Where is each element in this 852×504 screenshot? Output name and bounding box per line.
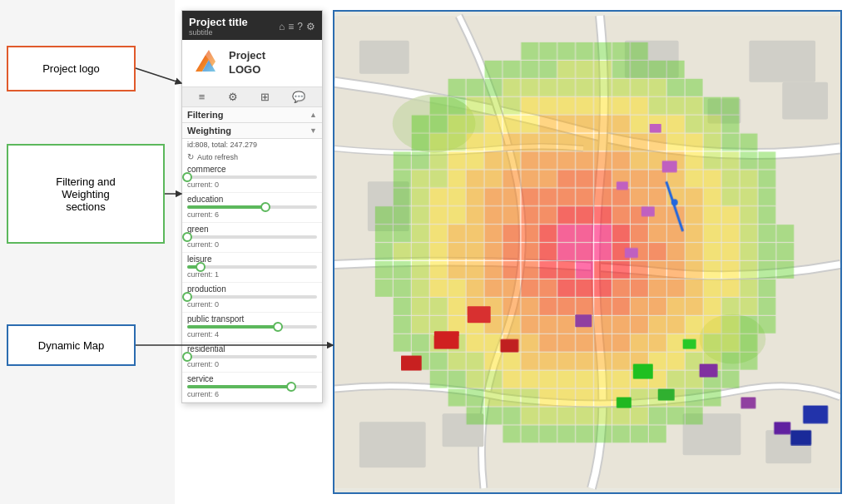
svg-rect-232 — [776, 243, 794, 260]
refresh-icon[interactable]: ↻ — [187, 152, 194, 161]
auto-refresh-line: ↻ Auto refresh — [182, 151, 322, 163]
svg-rect-216 — [484, 243, 502, 260]
svg-rect-414 — [617, 181, 628, 190]
slider-thumb-0[interactable] — [182, 172, 192, 182]
svg-rect-334 — [649, 334, 666, 352]
svg-rect-128 — [484, 170, 502, 187]
svg-rect-274 — [704, 279, 721, 297]
svg-rect-190 — [430, 225, 448, 242]
svg-rect-416 — [575, 314, 592, 327]
svg-rect-162 — [721, 188, 739, 205]
filtering-label: Filtering — [187, 110, 223, 120]
svg-rect-264 — [521, 279, 538, 297]
svg-rect-191 — [448, 225, 466, 242]
svg-rect-154 — [576, 188, 593, 205]
svg-rect-280 — [430, 298, 448, 315]
filtering-section-header[interactable]: Filtering ▲ — [182, 107, 322, 123]
toolbar-layout-icon[interactable]: ⊞ — [260, 91, 270, 103]
slider-group-green: green current: 0 — [182, 223, 322, 253]
svg-rect-360 — [448, 371, 466, 388]
svg-rect-31 — [631, 61, 648, 78]
map-area[interactable] — [333, 10, 842, 494]
svg-rect-168 — [430, 206, 448, 224]
svg-rect-350 — [594, 353, 612, 370]
svg-rect-41 — [576, 79, 593, 96]
svg-rect-226 — [667, 243, 685, 260]
svg-rect-95 — [631, 133, 648, 151]
svg-rect-104 — [430, 151, 448, 169]
svg-rect-372 — [667, 371, 685, 388]
slider-value-6: current: 0 — [187, 360, 317, 368]
svg-rect-397 — [576, 407, 593, 424]
slider-thumb-5[interactable] — [273, 322, 283, 332]
svg-rect-230 — [740, 243, 757, 260]
svg-rect-218 — [521, 243, 538, 260]
svg-rect-335 — [667, 334, 685, 352]
svg-rect-419 — [741, 397, 755, 408]
slider-track-6[interactable] — [187, 355, 317, 358]
auto-refresh-label: Auto refresh — [197, 153, 238, 161]
svg-rect-315 — [686, 316, 703, 334]
svg-rect-279 — [412, 298, 429, 315]
menu-icon[interactable]: ≡ — [288, 21, 294, 32]
svg-rect-145 — [412, 188, 429, 205]
svg-rect-199 — [594, 225, 612, 242]
svg-rect-169 — [448, 206, 466, 224]
svg-rect-337 — [704, 334, 721, 352]
slider-track-3[interactable] — [187, 265, 317, 269]
svg-rect-284 — [503, 298, 520, 315]
slider-track-5[interactable] — [187, 325, 317, 329]
svg-rect-408 — [576, 425, 593, 442]
svg-rect-131 — [539, 170, 557, 187]
svg-rect-321 — [412, 334, 429, 352]
home-icon[interactable]: ⌂ — [279, 21, 285, 32]
svg-rect-64 — [721, 97, 739, 115]
svg-rect-61 — [667, 97, 685, 115]
slider-track-1[interactable] — [187, 205, 317, 209]
svg-rect-347 — [539, 353, 557, 370]
toolbar-filter-icon[interactable]: ≡ — [199, 91, 206, 103]
svg-rect-424 — [467, 306, 490, 323]
svg-rect-55 — [557, 97, 575, 115]
map-svg — [334, 12, 840, 492]
slider-thumb-7[interactable] — [286, 382, 296, 392]
svg-rect-94 — [612, 133, 630, 151]
svg-rect-348 — [557, 353, 575, 370]
slider-track-2[interactable] — [187, 235, 317, 239]
svg-rect-251 — [704, 261, 721, 279]
project-logo-svg — [189, 47, 222, 80]
weighting-section-header[interactable]: Weighting ▼ — [182, 123, 322, 139]
slider-track-0[interactable] — [187, 175, 317, 179]
slider-thumb-6[interactable] — [182, 352, 192, 362]
svg-rect-395 — [539, 407, 557, 424]
svg-rect-42 — [594, 79, 612, 96]
panel-header-title: Project title subtitle — [189, 16, 279, 37]
toolbar-settings-icon[interactable]: ⚙ — [228, 91, 238, 103]
svg-rect-27 — [557, 61, 575, 78]
svg-rect-110 — [539, 151, 557, 169]
svg-rect-293 — [667, 298, 685, 315]
svg-rect-18 — [557, 42, 575, 60]
help-icon[interactable]: ? — [297, 21, 303, 32]
toolbar-chat-icon[interactable]: 💬 — [292, 91, 305, 103]
svg-rect-126 — [448, 170, 466, 187]
settings-icon[interactable]: ⚙ — [306, 21, 315, 32]
slider-thumb-4[interactable] — [182, 292, 192, 302]
svg-rect-358 — [740, 353, 757, 370]
slider-group-education: education current: 6 — [182, 193, 322, 223]
sliders-container: commerce current: 0 education current: 6… — [182, 163, 322, 403]
svg-rect-45 — [649, 79, 666, 96]
slider-track-4[interactable] — [187, 295, 317, 299]
svg-rect-339 — [740, 334, 757, 352]
svg-rect-67 — [448, 116, 466, 133]
svg-rect-40 — [557, 79, 575, 96]
slider-thumb-1[interactable] — [260, 202, 270, 212]
slider-thumb-2[interactable] — [182, 232, 192, 242]
svg-rect-6 — [749, 41, 815, 82]
svg-rect-24 — [503, 61, 520, 78]
svg-rect-259 — [430, 279, 448, 297]
svg-rect-47 — [686, 79, 703, 96]
slider-thumb-3[interactable] — [196, 262, 206, 272]
svg-rect-87 — [484, 133, 502, 151]
slider-track-7[interactable] — [187, 385, 317, 388]
